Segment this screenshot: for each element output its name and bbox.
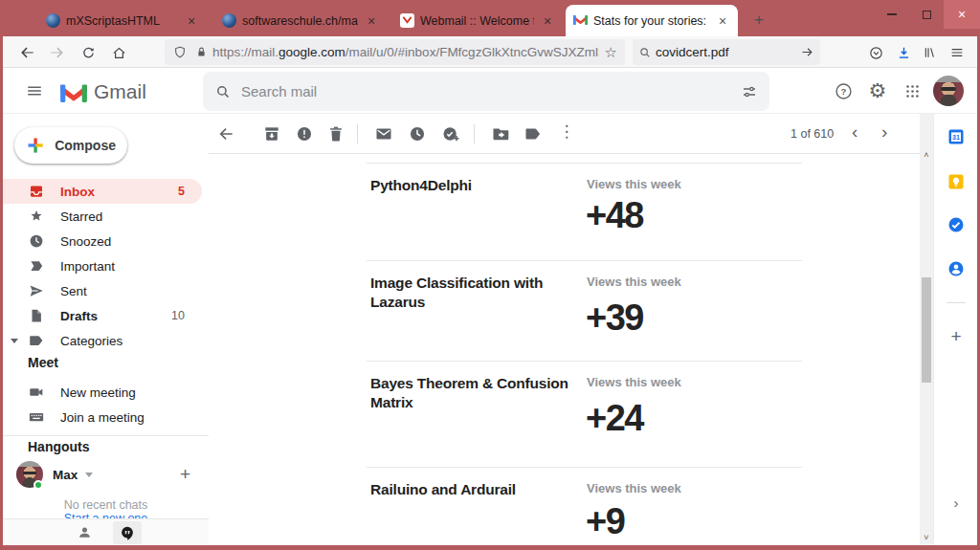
tab-softwareschule[interactable]: softwareschule.ch/maxbox_func × bbox=[214, 5, 387, 36]
globe-favicon-icon bbox=[46, 13, 60, 28]
chevron-down-icon[interactable] bbox=[85, 473, 93, 477]
sidebar-label: Snoozed bbox=[60, 234, 111, 249]
shield-icon bbox=[172, 45, 188, 60]
hangouts-user-row[interactable]: Max + bbox=[16, 458, 196, 491]
close-tab-icon[interactable]: × bbox=[364, 13, 379, 29]
story-title[interactable]: Python4Delphi bbox=[370, 176, 573, 195]
scroll-down-icon[interactable]: ˅ bbox=[920, 533, 933, 542]
inbox-icon bbox=[28, 183, 45, 200]
new-chat-button[interactable]: + bbox=[180, 464, 190, 485]
close-window-button[interactable]: × bbox=[944, 0, 980, 29]
search-placeholder: Search mail bbox=[241, 83, 741, 99]
story-title[interactable]: Bayes Theorem & Confusion Matrix bbox=[370, 374, 573, 412]
scroll-up-icon[interactable]: ˄ bbox=[920, 150, 933, 160]
snooze-clock-icon[interactable] bbox=[408, 124, 427, 143]
add-to-tasks-icon[interactable] bbox=[441, 124, 460, 143]
tab-mxscriptashtml[interactable]: mXScriptasHTML × bbox=[38, 5, 207, 36]
sidebar-item-join-meeting[interactable]: Join a meeting bbox=[3, 405, 202, 429]
sidebar-item-new-meeting[interactable]: New meeting bbox=[3, 380, 202, 405]
mark-unread-icon[interactable] bbox=[374, 124, 393, 143]
unread-count: 5 bbox=[178, 185, 185, 198]
sidebar-item-drafts[interactable]: Drafts 10 bbox=[3, 303, 202, 328]
forward-button[interactable] bbox=[45, 40, 70, 65]
hangouts-avatar[interactable] bbox=[16, 461, 43, 488]
tab-webmail[interactable]: Webmail :: Welcome to Webma × bbox=[392, 5, 563, 36]
compose-button[interactable]: Compose bbox=[14, 127, 127, 164]
more-options-icon[interactable]: ⋮ bbox=[557, 121, 576, 141]
story-title[interactable]: Image Classification with Lazarus bbox=[370, 274, 573, 312]
gmail-m-icon bbox=[60, 81, 87, 102]
tasks-icon[interactable] bbox=[947, 215, 966, 234]
sidebar-item-categories[interactable]: Categories bbox=[3, 328, 202, 353]
settings-gear-icon[interactable]: ⚙ bbox=[865, 78, 890, 103]
bookmark-star-icon[interactable]: ☆ bbox=[605, 44, 617, 61]
home-button[interactable] bbox=[106, 40, 131, 65]
back-button[interactable] bbox=[14, 40, 39, 65]
sidebar-item-inbox[interactable]: Inbox 5 bbox=[3, 179, 202, 204]
back-to-inbox-icon[interactable] bbox=[216, 124, 235, 143]
sidebar-item-snoozed[interactable]: Snoozed bbox=[3, 229, 202, 253]
help-icon[interactable]: ? bbox=[831, 78, 856, 103]
toolbar-separator bbox=[357, 124, 358, 143]
url-bar[interactable]: https://mail.google.com/mail/u/0/#inbox/… bbox=[165, 39, 625, 65]
navigation-toolbar: https://mail.google.com/mail/u/0/#inbox/… bbox=[3, 36, 977, 68]
browser-search-bar[interactable]: covidcert.pdf bbox=[633, 39, 820, 65]
close-tab-icon[interactable]: × bbox=[715, 13, 730, 29]
gmail-favicon-icon bbox=[573, 13, 588, 28]
sidebar-item-starred[interactable]: Starred bbox=[3, 204, 202, 229]
profile-avatar[interactable] bbox=[933, 76, 964, 106]
move-to-folder-icon[interactable] bbox=[491, 124, 510, 143]
hangouts-toggle-icon[interactable] bbox=[113, 521, 142, 544]
vertical-scrollbar[interactable]: ˄ ˅ bbox=[920, 114, 933, 545]
search-value: covidcert.pdf bbox=[656, 45, 800, 59]
main-menu-icon[interactable] bbox=[22, 78, 47, 103]
hide-side-panel-icon[interactable]: › bbox=[934, 495, 978, 511]
report-spam-icon[interactable] bbox=[295, 124, 314, 143]
search-go-icon[interactable] bbox=[800, 45, 814, 59]
search-icon[interactable] bbox=[214, 83, 232, 100]
gmail-search-bar[interactable]: Search mail bbox=[203, 72, 769, 111]
browser-window: mXScriptasHTML × softwareschule.ch/maxbo… bbox=[0, 0, 980, 550]
older-email-icon[interactable]: › bbox=[881, 121, 887, 143]
calendar-icon[interactable]: 31 bbox=[947, 127, 966, 146]
contacts-icon[interactable] bbox=[947, 259, 966, 278]
sidebar-label: Inbox bbox=[60, 185, 95, 199]
newer-email-icon[interactable]: ‹ bbox=[852, 121, 858, 143]
keep-icon[interactable] bbox=[947, 172, 966, 191]
label-tag-icon[interactable] bbox=[523, 124, 543, 143]
story-title[interactable]: Railuino and Ardurail bbox=[370, 480, 573, 499]
sidebar-label: Starred bbox=[60, 209, 102, 224]
tab-stats-active[interactable]: Stats for your stories: Oct 15–Oc × bbox=[566, 5, 738, 36]
downloads-icon[interactable] bbox=[891, 40, 916, 65]
archive-icon[interactable] bbox=[262, 124, 281, 143]
scrollbar-thumb[interactable] bbox=[922, 277, 931, 383]
metric-value: +39 bbox=[586, 297, 643, 339]
close-tab-icon[interactable]: × bbox=[184, 13, 199, 29]
library-icon[interactable] bbox=[917, 40, 942, 65]
sidebar-item-sent[interactable]: Sent bbox=[3, 278, 202, 303]
sidebar-label: Drafts bbox=[60, 309, 98, 323]
sidebar-item-important[interactable]: Important bbox=[3, 253, 202, 278]
minimize-button[interactable] bbox=[875, 0, 909, 29]
pocket-icon[interactable] bbox=[863, 40, 888, 65]
gmail-app: Gmail Search mail ? ⚙ bbox=[3, 68, 977, 545]
get-addons-button[interactable]: + bbox=[934, 326, 978, 347]
menu-hamburger-icon[interactable] bbox=[945, 40, 969, 65]
tab-bar: mXScriptasHTML × softwareschule.ch/maxbo… bbox=[0, 0, 980, 36]
maximize-button[interactable] bbox=[909, 0, 944, 29]
important-marker-icon bbox=[28, 257, 45, 275]
contacts-toggle-icon[interactable] bbox=[71, 521, 100, 544]
close-tab-icon[interactable]: × bbox=[540, 13, 555, 29]
expand-caret-icon[interactable] bbox=[11, 339, 18, 343]
search-options-icon[interactable] bbox=[741, 83, 758, 100]
apps-grid-icon[interactable] bbox=[900, 78, 924, 103]
metric-label: Views this week bbox=[587, 275, 681, 289]
delete-trash-icon[interactable] bbox=[326, 124, 345, 143]
sidebar-divider bbox=[3, 435, 209, 436]
sidebar-footer bbox=[3, 518, 209, 545]
svg-text:31: 31 bbox=[952, 134, 960, 142]
reload-button[interactable] bbox=[76, 40, 100, 65]
gmail-logo[interactable]: Gmail bbox=[60, 80, 146, 103]
meet-section-header: Meet bbox=[28, 355, 58, 370]
new-tab-button[interactable]: + bbox=[747, 9, 770, 32]
